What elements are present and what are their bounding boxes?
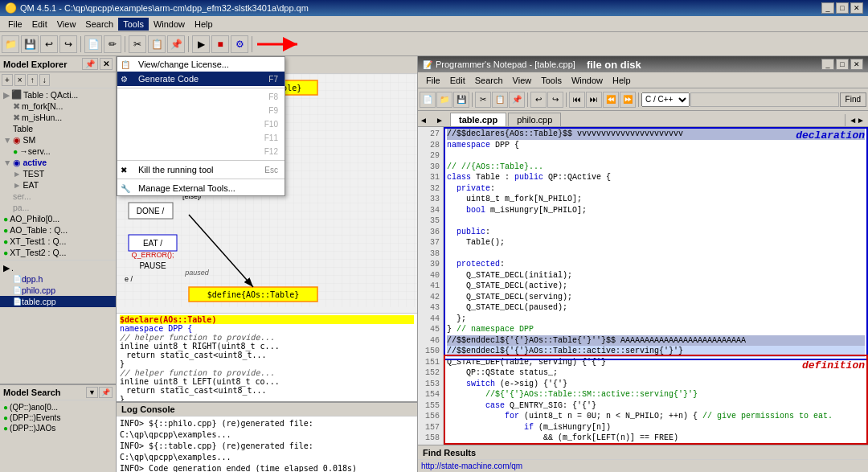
tree-add-button[interactable]: + (2, 74, 13, 86)
pn-tb-new[interactable]: 📄 (420, 92, 436, 108)
pn-tb-cut[interactable]: ✂ (475, 92, 491, 108)
pn-minimize-button[interactable]: _ (821, 59, 834, 70)
close-explorer-button[interactable]: ✕ (100, 58, 113, 70)
tree-item-mishungry[interactable]: ✖ m_isHun... (0, 112, 116, 123)
tree-item-mfork[interactable]: ✖ m_fork[N... (0, 101, 116, 112)
pn-menu-file[interactable]: File (421, 74, 445, 87)
pn-search-box[interactable] (690, 92, 839, 107)
search-result-2[interactable]: ●(DPP::)Events (2, 412, 114, 423)
tb-generate[interactable]: ⚙ (231, 35, 248, 53)
tree-item-philo-cpp[interactable]: 📄 philo.cpp (0, 285, 116, 296)
search-options-button[interactable]: ▼ (86, 387, 98, 398)
tb-forward[interactable]: ↪ (59, 35, 77, 53)
toolbar-sep-2 (125, 36, 125, 52)
menu-item-kill[interactable]: ✖ Kill the running tool Esc (117, 162, 285, 177)
menu-tools[interactable]: Tools (118, 18, 149, 31)
search-pin-button[interactable]: 📌 (99, 387, 113, 398)
tree-item-xt-test1[interactable]: ● XT_Test1 : Q... (0, 236, 116, 247)
code-line-46: //$$enddecl${'{'}AOs::Table{'}''}$$ AAAA… (447, 335, 865, 347)
log-line-3: INFO> Code generation ended (time elapse… (120, 463, 414, 472)
tb-back[interactable]: ↩ (40, 35, 58, 53)
menu-sep-3 (117, 179, 285, 179)
tree-item-table-cpp[interactable]: 📄 table.cpp (0, 296, 116, 307)
menu-item-license[interactable]: 📋 View/change License... (117, 57, 285, 72)
pn-tabs-close[interactable]: ◄► (845, 114, 868, 126)
pn-tb-redo[interactable]: ↪ (547, 92, 563, 108)
pn-language-select[interactable]: C / C++ (641, 92, 690, 107)
tree-item-files[interactable]: ▶ . (0, 262, 116, 273)
tb-paste[interactable]: 📌 (167, 35, 185, 53)
qm-title-bar: 🟡 QM 4.5.1 - C:\qp\qpcpp\examples\arm-cm… (0, 0, 868, 16)
pn-tabs-right[interactable]: ► (434, 114, 450, 126)
close-button[interactable]: ✕ (850, 2, 863, 14)
pn-close-button[interactable]: ✕ (850, 59, 863, 70)
pn-tab-table-cpp[interactable]: table.cpp (450, 113, 506, 126)
tree-remove-button[interactable]: × (14, 74, 26, 86)
pn-code-editor: 2728293031323334353637383940414243444546… (418, 127, 868, 445)
tree-move-down-button[interactable]: ↓ (39, 74, 50, 86)
pn-tb-b3[interactable]: ⏪ (603, 92, 619, 108)
pn-tb-b2[interactable]: ⏭ (586, 92, 602, 108)
menu-view[interactable]: View (52, 18, 81, 31)
pn-tb-copy[interactable]: 📋 (492, 92, 508, 108)
pn-menu-tools[interactable]: Tools (536, 74, 567, 87)
tree-item-eat[interactable]: ► EAT (0, 179, 116, 191)
search-result-1[interactable]: ●(QP::)ano[0... (2, 402, 114, 412)
tb-run[interactable]: ▶ (192, 35, 210, 53)
menu-file[interactable]: File (3, 18, 27, 31)
tree-item-ao-table[interactable]: ● AO_Table : Q... (0, 224, 116, 236)
pn-menu-window[interactable]: Window (567, 74, 608, 87)
pn-tb-undo[interactable]: ↩ (530, 92, 547, 108)
code-content[interactable]: declaration definition //$$declares{AOs:… (444, 127, 868, 445)
pn-tb-paste[interactable]: 📌 (509, 92, 525, 108)
tree-item-test[interactable]: ► TEST (0, 168, 116, 179)
tree-item-ser[interactable]: ser... (0, 191, 116, 202)
pn-find-button[interactable]: Find (840, 92, 866, 107)
tree-item-serv[interactable]: ● →serv... (0, 146, 116, 157)
tree-item-ao-philo[interactable]: ● AO_Philo[0... (0, 213, 116, 224)
menu-item-manage[interactable]: 🔧 Manage External Tools... (117, 181, 285, 195)
tb-open[interactable]: 📁 (2, 35, 19, 53)
pn-tabs-left[interactable]: ◄ (418, 114, 434, 126)
pn-maximize-button[interactable]: □ (836, 59, 849, 70)
tb-cut[interactable]: ✂ (129, 35, 146, 53)
pn-tb-open[interactable]: 📁 (436, 92, 452, 108)
menu-window[interactable]: Window (149, 18, 190, 31)
code-line-43: Q_STATE_DECL(paused); (447, 302, 865, 314)
code-line-40: Q_STATE_DECL(initial); (447, 270, 865, 281)
pn-tb-b4[interactable]: ⏩ (620, 92, 636, 108)
code-line-158: && (m_fork[LEFT(n)] == FREE) (447, 433, 865, 444)
tree-item-table-ctor[interactable]: Table (0, 123, 116, 134)
tree-item-active[interactable]: ▼ ◉ active (0, 157, 116, 168)
pn-tb-save[interactable]: 💾 (453, 92, 469, 108)
tb-stop[interactable]: ■ (211, 35, 229, 53)
tree-item-pa[interactable]: pa... (0, 202, 116, 213)
tb-edit[interactable]: ✏ (104, 35, 121, 53)
tree-item-dpp-h[interactable]: 📄 dpp.h (0, 273, 116, 285)
tree-item-xt-test2[interactable]: ● XT_Test2 : Q... (0, 247, 116, 258)
tb-new[interactable]: 📄 (84, 35, 102, 53)
tree-item-table-class[interactable]: ▶ ⬛ Table : QActi... (0, 88, 116, 101)
pn-tab-philo-cpp[interactable]: philo.cpp (508, 113, 561, 126)
menu-edit[interactable]: Edit (27, 18, 52, 31)
tb-copy[interactable]: 📋 (148, 35, 166, 53)
search-result-3[interactable]: ●(DPP::)JAOs (2, 423, 114, 433)
menu-help[interactable]: Help (190, 18, 218, 31)
minimize-button[interactable]: _ (821, 2, 834, 14)
pn-menu-help[interactable]: Help (608, 74, 636, 87)
pin-button[interactable]: 📌 (82, 58, 98, 70)
maximize-button[interactable]: □ (836, 2, 849, 14)
code-line-30: // //{AOs::Table}... (447, 162, 865, 173)
menu-item-f9: F9 (117, 104, 285, 117)
tb-save[interactable]: 💾 (21, 35, 39, 53)
model-tree: ▶ ⬛ Table : QActi... ✖ m_fork[N... ✖ m_i… (0, 88, 116, 384)
pn-menu-view[interactable]: View (508, 74, 537, 87)
pn-menu-search[interactable]: Search (470, 74, 508, 87)
menu-item-generate[interactable]: ⚙ Generate Code F7 (117, 72, 285, 86)
pn-menu-edit[interactable]: Edit (445, 74, 470, 87)
code-line-32: private: (447, 183, 865, 195)
pn-tb-b1[interactable]: ⏮ (569, 92, 585, 108)
menu-search[interactable]: Search (80, 18, 118, 31)
tree-item-sm[interactable]: ▼ ◉ SM (0, 134, 116, 146)
tree-move-up-button[interactable]: ↑ (27, 74, 38, 86)
